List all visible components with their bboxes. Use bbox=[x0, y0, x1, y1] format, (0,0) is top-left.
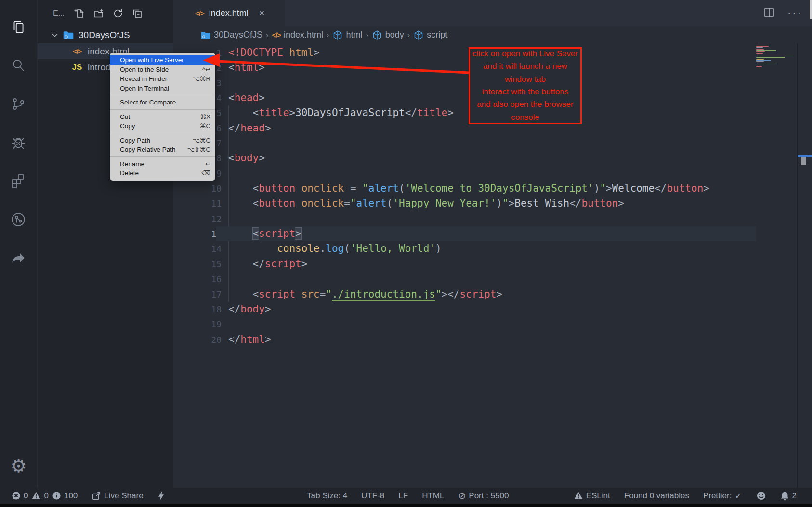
live-share-icon[interactable] bbox=[7, 200, 30, 239]
more-actions-icon[interactable]: ··· bbox=[787, 7, 802, 20]
variables-indicator[interactable]: Found 0 variables bbox=[624, 491, 689, 501]
code-line[interactable]: 18</body> bbox=[173, 302, 812, 317]
html-file-icon: </> bbox=[195, 9, 204, 17]
status-bar: 0 0 100 Live Share Tab Size: 4 UTF-8 LF … bbox=[0, 488, 812, 504]
code-text bbox=[222, 272, 228, 286]
code-text bbox=[222, 76, 228, 91]
new-file-icon[interactable] bbox=[73, 7, 86, 20]
menu-item-cut[interactable]: Cut⌘X bbox=[110, 112, 215, 122]
code-text bbox=[222, 317, 228, 332]
menu-item-copy-relative-path[interactable]: Copy Relative Path⌥⇧⌘C bbox=[110, 145, 215, 155]
annotation-text-line: and it will launch a new bbox=[483, 60, 567, 73]
annotation-text-line: click on open with Live Sever bbox=[472, 48, 578, 60]
breadcrumb-item-script[interactable]: script bbox=[413, 30, 447, 40]
notifications-bell[interactable]: 2 bbox=[780, 491, 797, 501]
tab-index-html[interactable]: </> index.html × bbox=[173, 0, 285, 26]
code-line[interactable]: 16 bbox=[173, 272, 812, 286]
code-text: <body> bbox=[222, 151, 265, 166]
code-line[interactable]: 13 <script> bbox=[173, 226, 812, 241]
code-line[interactable]: 12 bbox=[173, 211, 812, 226]
code-line[interactable]: 17 <script src="./introduction.js"></scr… bbox=[173, 287, 812, 302]
menu-item-reveal-in-finder[interactable]: Reveal in Finder⌥⌘R bbox=[110, 74, 215, 84]
info-count: 100 bbox=[64, 491, 78, 501]
share-icon[interactable] bbox=[7, 239, 30, 277]
search-icon[interactable] bbox=[7, 46, 30, 85]
prettier-label: Prettier: bbox=[703, 491, 732, 501]
breadcrumb-item-30DaysOfJS[interactable]: 30DaysOfJS bbox=[200, 30, 262, 40]
split-editor-icon[interactable] bbox=[763, 7, 775, 20]
tab-close-icon[interactable]: × bbox=[259, 8, 265, 19]
code-text: console.log('Hello, World') bbox=[222, 241, 442, 256]
scrollbar-handle[interactable] bbox=[801, 157, 806, 165]
eslint-indicator[interactable]: ESLint bbox=[574, 491, 610, 501]
warning-indicator[interactable]: 0 bbox=[31, 491, 48, 501]
menu-item-delete[interactable]: Delete⌫ bbox=[110, 169, 215, 178]
code-line[interactable]: 20</html> bbox=[173, 332, 812, 347]
run-debug-icon[interactable] bbox=[7, 123, 30, 162]
port-icon: ⊘ bbox=[458, 490, 466, 501]
eol-indicator[interactable]: LF bbox=[398, 491, 408, 501]
source-control-icon[interactable] bbox=[7, 85, 30, 123]
new-folder-icon[interactable] bbox=[92, 7, 105, 20]
menu-item-shortcut: ^↩ bbox=[202, 66, 210, 73]
lightning-icon[interactable] bbox=[157, 491, 165, 501]
menu-item-rename[interactable]: Rename↩ bbox=[110, 159, 215, 169]
cube-icon bbox=[372, 30, 382, 40]
menu-item-label: Copy bbox=[120, 122, 135, 130]
code-line[interactable]: 15 </script> bbox=[173, 257, 812, 272]
refresh-icon[interactable] bbox=[112, 7, 124, 20]
error-count: 0 bbox=[24, 491, 28, 501]
menu-item-shortcut: ⌥⌘R bbox=[193, 75, 210, 82]
live-share-button[interactable]: Live Share bbox=[92, 491, 143, 501]
code-line[interactable]: 10 <button onclick = "alert('Welcome to … bbox=[173, 181, 812, 196]
code-text: </html> bbox=[222, 332, 271, 347]
info-indicator[interactable]: 100 bbox=[52, 491, 78, 501]
menu-item-select-for-compare[interactable]: Select for Compare bbox=[110, 98, 215, 107]
code-line[interactable]: 19 bbox=[173, 317, 812, 332]
line-number: 15 bbox=[173, 257, 222, 272]
menu-item-copy[interactable]: Copy⌘C bbox=[110, 121, 215, 131]
breadcrumb-item-body[interactable]: body bbox=[372, 30, 404, 40]
code-line[interactable]: 14 console.log('Hello, World') bbox=[173, 241, 812, 256]
eslint-label: ESLint bbox=[586, 491, 610, 501]
js-file-icon: JS bbox=[71, 63, 83, 72]
menu-item-open-in-terminal[interactable]: Open in Terminal bbox=[110, 84, 215, 93]
language-indicator[interactable]: HTML bbox=[422, 491, 444, 501]
menu-separator bbox=[110, 109, 215, 110]
feedback-smiley-icon[interactable] bbox=[756, 491, 766, 501]
breadcrumb-separator: › bbox=[327, 31, 329, 39]
menu-item-open-with-live-server[interactable]: Open with Live Server bbox=[110, 55, 215, 65]
menu-item-copy-path[interactable]: Copy Path⌥⌘C bbox=[110, 136, 215, 145]
breadcrumb-label: 30DaysOfJS bbox=[214, 30, 262, 40]
annotation-text-line: console bbox=[511, 111, 539, 124]
line-number: 18 bbox=[173, 302, 222, 317]
encoding-indicator[interactable]: UTF-8 bbox=[361, 491, 384, 501]
window-bottom-strip bbox=[0, 504, 812, 507]
code-text bbox=[222, 211, 228, 226]
folder-icon bbox=[200, 30, 211, 40]
minimap[interactable] bbox=[756, 46, 797, 68]
breadcrumb-item-index.html[interactable]: </>index.html bbox=[272, 30, 323, 40]
menu-item-open-to-the-side[interactable]: Open to the Side^↩ bbox=[110, 65, 215, 75]
code-line[interactable]: 7 bbox=[173, 136, 812, 151]
code-line[interactable]: 11 <button onclick="alert('Happy New Yea… bbox=[173, 196, 812, 211]
tab-size-indicator[interactable]: Tab Size: 4 bbox=[307, 491, 347, 501]
explorer-icon[interactable] bbox=[7, 8, 30, 46]
tree-root-folder[interactable]: 30DaysOfJS bbox=[38, 26, 173, 43]
code-line[interactable]: 9 bbox=[173, 166, 812, 181]
prettier-indicator[interactable]: Prettier: ✓ bbox=[703, 491, 742, 501]
annotation-box: click on open with Live Severand it will… bbox=[469, 47, 582, 124]
settings-gear-icon[interactable]: ⚙ bbox=[0, 454, 37, 479]
port-indicator[interactable]: ⊘ Port : 5500 bbox=[458, 490, 509, 501]
breadcrumb-item-html[interactable]: html bbox=[332, 30, 362, 40]
problems-indicator[interactable]: 0 bbox=[12, 491, 28, 501]
collapse-all-icon[interactable] bbox=[131, 7, 144, 20]
warning-count: 0 bbox=[44, 491, 48, 501]
code-line[interactable]: 8<body> bbox=[173, 151, 812, 166]
menu-item-label: Delete bbox=[120, 169, 139, 177]
menu-item-shortcut: ⌥⇧⌘C bbox=[187, 146, 210, 153]
line-number: 17 bbox=[173, 287, 222, 302]
breadcrumb-label: script bbox=[427, 30, 447, 40]
extensions-icon[interactable] bbox=[7, 162, 30, 200]
menu-item-label: Cut bbox=[120, 113, 130, 120]
